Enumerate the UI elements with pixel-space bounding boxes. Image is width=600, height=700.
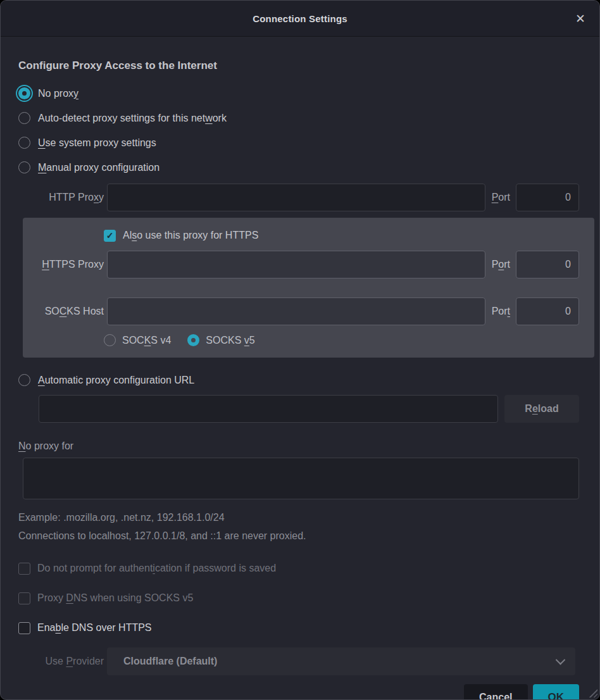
proxy-dns-socks5-row[interactable]: Proxy DNS when using SOCKS v5 <box>18 588 579 608</box>
https-port-label: Port <box>492 259 510 270</box>
page-title: Configure Proxy Access to the Internet <box>18 59 579 72</box>
proxy-dns-socks5-checkbox[interactable] <box>18 592 30 604</box>
dns-provider-value: Cloudflare (Default) <box>123 656 217 667</box>
radio-label-auto-config-url: Automatic proxy configuration URL <box>38 375 194 386</box>
socks-port-label: Port <box>492 306 510 317</box>
no-prompt-auth-checkbox[interactable] <box>18 563 30 575</box>
dns-provider-select[interactable]: Cloudflare (Default) <box>107 647 575 675</box>
http-proxy-label: HTTP Proxy <box>18 192 104 203</box>
also-https-label: Also use this proxy for HTTPS <box>123 230 258 241</box>
cancel-button[interactable]: Cancel <box>464 684 527 700</box>
radio-no-proxy[interactable] <box>18 87 30 99</box>
radio-auto-config-url[interactable] <box>18 374 30 386</box>
dialog-titlebar: Connection Settings ✕ <box>1 1 599 37</box>
chevron-down-icon <box>556 654 566 665</box>
auto-config-url-input[interactable] <box>39 395 498 423</box>
no-prompt-auth-row[interactable]: Do not prompt for authentication if pass… <box>18 558 579 578</box>
radio-label-socks-v4: SOCKS v4 <box>122 335 171 346</box>
radio-row-socks-v5[interactable]: SOCKS v5 <box>187 334 254 346</box>
reload-button[interactable]: Reload <box>504 395 579 423</box>
proxy-dns-socks5-label: Proxy DNS when using SOCKS v5 <box>37 592 193 604</box>
example-note: Example: .mozilla.org, .net.nz, 192.168.… <box>18 512 579 523</box>
radio-row-auto-config-url[interactable]: Automatic proxy configuration URL <box>18 368 579 392</box>
also-https-checkbox[interactable]: ✓ <box>104 230 116 242</box>
dialog-content: Configure Proxy Access to the Internet N… <box>1 37 599 700</box>
radio-row-manual-proxy[interactable]: Manual proxy configuration <box>18 155 579 180</box>
enable-doh-row[interactable]: Enable DNS over HTTPS <box>18 618 579 638</box>
enable-doh-label: Enable DNS over HTTPS <box>37 622 152 634</box>
radio-label-auto-detect: Auto-detect proxy settings for this netw… <box>38 113 227 124</box>
socks-host-input[interactable] <box>107 297 485 325</box>
radio-label-manual-proxy: Manual proxy configuration <box>38 162 159 173</box>
radio-label-system-proxy: Use system proxy settings <box>38 137 156 149</box>
https-proxy-row: HTTPS Proxy Port <box>23 251 579 278</box>
dialog-title: Connection Settings <box>253 13 347 24</box>
connection-settings-dialog: Connection Settings ✕ Configure Proxy Ac… <box>0 0 600 700</box>
dns-provider-row: Use Provider Cloudflare (Default) <box>18 647 579 675</box>
radio-socks-v5[interactable] <box>187 334 199 346</box>
use-provider-label: Use Provider <box>18 656 104 667</box>
https-port-input[interactable] <box>516 251 579 278</box>
ok-button[interactable]: OK <box>533 684 580 700</box>
close-icon[interactable]: ✕ <box>575 13 585 25</box>
radio-system-proxy[interactable] <box>18 137 30 149</box>
http-port-input[interactable] <box>516 184 579 211</box>
no-prompt-auth-label: Do not prompt for authentication if pass… <box>37 563 276 574</box>
socks-port-input[interactable] <box>516 297 579 325</box>
https-proxy-input[interactable] <box>107 251 485 278</box>
radio-row-auto-detect[interactable]: Auto-detect proxy settings for this netw… <box>18 106 579 130</box>
radio-label-no-proxy: No proxy <box>38 88 78 99</box>
socks-version-row: SOCKS v4 SOCKS v5 <box>23 334 579 346</box>
radio-row-system-proxy[interactable]: Use system proxy settings <box>18 130 579 155</box>
dialog-button-row: Cancel OK <box>18 684 579 700</box>
http-port-label: Port <box>492 192 510 203</box>
socks-host-label: SOCKS Host <box>23 306 104 317</box>
manual-proxy-highlight-panel: ✓ Also use this proxy for HTTPS HTTPS Pr… <box>23 218 594 358</box>
http-proxy-row: HTTP Proxy Port <box>18 184 579 211</box>
radio-row-socks-v4[interactable]: SOCKS v4 <box>104 334 171 346</box>
no-proxy-for-label: No proxy for <box>18 441 579 452</box>
radio-label-socks-v5: SOCKS v5 <box>206 335 254 346</box>
radio-manual-proxy[interactable] <box>18 161 30 173</box>
radio-auto-detect[interactable] <box>18 112 30 124</box>
no-proxy-for-textarea[interactable] <box>23 458 579 499</box>
auto-config-url-row: Reload <box>39 395 579 423</box>
https-proxy-label: HTTPS Proxy <box>23 259 104 270</box>
also-https-row[interactable]: ✓ Also use this proxy for HTTPS <box>23 225 579 246</box>
radio-socks-v4[interactable] <box>104 334 116 346</box>
options-checkbox-group: Do not prompt for authentication if pass… <box>18 558 579 638</box>
http-proxy-input[interactable] <box>107 184 485 211</box>
enable-doh-checkbox[interactable] <box>18 622 30 634</box>
radio-row-no-proxy[interactable]: No proxy <box>18 81 579 106</box>
never-proxied-note: Connections to localhost, 127.0.0.1/8, a… <box>18 530 579 542</box>
socks-host-row: SOCKS Host Port <box>23 297 579 325</box>
